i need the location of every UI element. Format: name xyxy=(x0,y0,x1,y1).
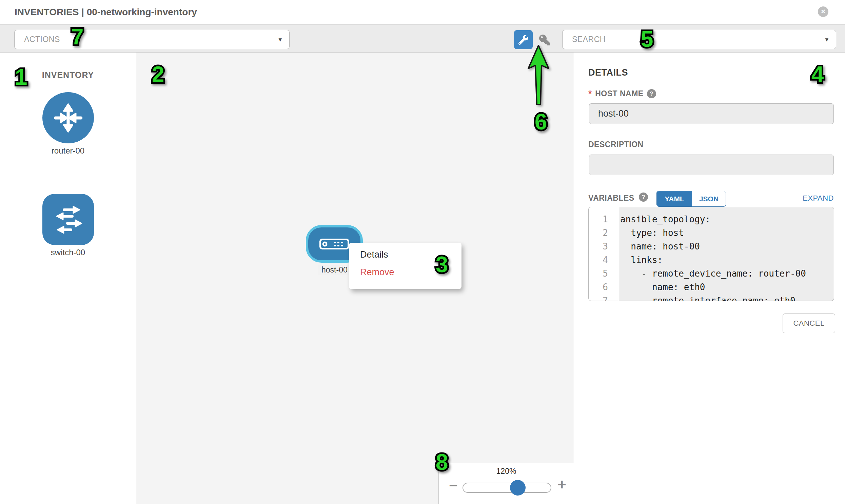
breadcrumb: INVENTORIES | 00-networking-inventory xyxy=(15,0,197,24)
zoom-level-value: 120% xyxy=(439,467,574,476)
tab-json[interactable]: JSON xyxy=(692,191,726,206)
key-button[interactable] xyxy=(539,35,551,46)
sidebar-title: INVENTORY xyxy=(0,70,136,80)
chevron-down-icon: ▾ xyxy=(825,30,828,49)
switch-icon xyxy=(51,203,85,237)
required-marker: * xyxy=(588,88,592,99)
header: INVENTORIES | 00-networking-inventory ✕ xyxy=(0,0,845,24)
chevron-down-icon: ▾ xyxy=(278,30,282,49)
zoom-slider-track[interactable] xyxy=(462,483,551,493)
inventory-topology-page: INVENTORIES | 00-networking-inventory ✕ … xyxy=(0,0,845,504)
device-label-router: router-00 xyxy=(0,146,136,156)
router-icon xyxy=(51,101,85,135)
code-line: 6 name: eth0 xyxy=(589,280,834,294)
host-name-label: HOST NAME xyxy=(595,89,644,98)
help-icon[interactable]: ? xyxy=(647,89,656,98)
details-title: DETAILS xyxy=(588,68,628,78)
actions-dropdown[interactable]: ACTIONS ▾ xyxy=(14,30,289,49)
code-line: 5 - remote_device_name: router-00 xyxy=(589,267,834,280)
host-icon xyxy=(319,239,349,250)
zoom-control-panel: 120% − + xyxy=(438,463,574,504)
inventory-sidebar: INVENTORY router-00 xyxy=(0,53,136,504)
details-panel: DETAILS * HOST NAME ? DESCRIPTION VARIAB… xyxy=(575,53,845,504)
code-line: 3 name: host-00 xyxy=(589,240,834,253)
zoom-slider-handle[interactable] xyxy=(510,480,526,496)
context-menu-item-remove[interactable]: Remove xyxy=(360,267,461,277)
code-line: 1ansible_topology: xyxy=(589,213,834,226)
code-line: 2 type: host xyxy=(589,226,834,240)
zoom-out-button[interactable]: − xyxy=(449,477,458,494)
variables-label: VARIABLES xyxy=(588,194,634,203)
host-node-label: host-00 xyxy=(318,265,351,275)
search-dropdown[interactable]: SEARCH ▾ xyxy=(562,30,836,49)
context-menu: Details Remove xyxy=(349,243,461,289)
wrench-icon xyxy=(518,35,528,45)
host-name-input[interactable] xyxy=(589,103,834,124)
toolbar: ACTIONS ▾ SEARCH ▾ xyxy=(0,24,845,53)
toolbox-button[interactable] xyxy=(514,30,533,49)
code-line: 4 links: xyxy=(589,253,834,267)
description-input[interactable] xyxy=(589,155,834,175)
actions-dropdown-label: ACTIONS xyxy=(24,30,60,49)
code-line: 7 remote_interface_name: eth0 xyxy=(589,294,834,301)
device-switch-00[interactable] xyxy=(42,194,94,245)
variables-code-editor[interactable]: 1ansible_topology: 2 type: host 3 name: … xyxy=(588,207,834,301)
cancel-button[interactable]: CANCEL xyxy=(782,313,835,333)
search-dropdown-label: SEARCH xyxy=(572,30,605,49)
description-label: DESCRIPTION xyxy=(588,140,644,149)
zoom-in-button[interactable]: + xyxy=(558,476,566,493)
close-icon[interactable]: ✕ xyxy=(818,6,828,17)
tab-yaml[interactable]: YAML xyxy=(657,191,692,206)
context-menu-item-details[interactable]: Details xyxy=(360,250,461,260)
device-router-00[interactable] xyxy=(42,92,94,143)
device-label-switch: switch-00 xyxy=(0,248,136,257)
expand-link[interactable]: EXPAND xyxy=(803,194,834,203)
help-icon[interactable]: ? xyxy=(639,193,648,202)
host-name-label-row: * HOST NAME ? xyxy=(588,88,656,99)
key-icon xyxy=(539,35,550,46)
variables-format-toggle: YAML JSON xyxy=(656,191,726,207)
topology-canvas[interactable]: host-00 Details Remove 120% − + xyxy=(136,53,574,504)
description-label-row: DESCRIPTION xyxy=(588,140,644,149)
